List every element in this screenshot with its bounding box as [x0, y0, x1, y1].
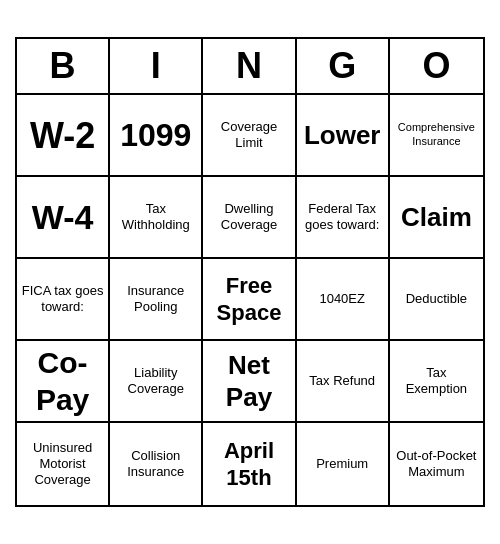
cell-text: Out-of-Pocket Maximum	[394, 448, 479, 481]
bingo-cell: Liability Coverage	[110, 341, 203, 423]
cell-text: Premium	[316, 456, 368, 472]
cell-text: 1040EZ	[319, 291, 365, 307]
bingo-grid: W-21099Coverage LimitLowerComprehensive …	[17, 95, 483, 505]
bingo-cell: 1099	[110, 95, 203, 177]
bingo-cell: Co-Pay	[17, 341, 110, 423]
bingo-cell: W-4	[17, 177, 110, 259]
bingo-card: BINGO W-21099Coverage LimitLowerComprehe…	[15, 37, 485, 507]
bingo-cell: Tax Refund	[297, 341, 390, 423]
cell-text: Claim	[401, 201, 472, 234]
bingo-cell: Uninsured Motorist Coverage	[17, 423, 110, 505]
cell-text: Comprehensive Insurance	[394, 121, 479, 149]
cell-text: April 15th	[207, 437, 290, 492]
header-letter: G	[297, 39, 390, 93]
cell-text: Tax Exemption	[394, 365, 479, 398]
header-letter: O	[390, 39, 483, 93]
bingo-cell: Comprehensive Insurance	[390, 95, 483, 177]
bingo-cell: 1040EZ	[297, 259, 390, 341]
bingo-header: BINGO	[17, 39, 483, 95]
cell-text: Net Pay	[207, 349, 290, 414]
bingo-cell: FICA tax goes toward:	[17, 259, 110, 341]
bingo-cell: Insurance Pooling	[110, 259, 203, 341]
cell-text: Deductible	[406, 291, 467, 307]
cell-text: Free Space	[207, 272, 290, 327]
cell-text: Insurance Pooling	[114, 283, 197, 316]
bingo-cell: Lower	[297, 95, 390, 177]
bingo-cell: Tax Exemption	[390, 341, 483, 423]
bingo-cell: Free Space	[203, 259, 296, 341]
bingo-cell: April 15th	[203, 423, 296, 505]
header-letter: I	[110, 39, 203, 93]
cell-text: Collision Insurance	[114, 448, 197, 481]
header-letter: N	[203, 39, 296, 93]
cell-text: Co-Pay	[21, 344, 104, 419]
cell-text: Lower	[304, 119, 381, 152]
cell-text: Uninsured Motorist Coverage	[21, 440, 104, 489]
bingo-cell: Tax Withholding	[110, 177, 203, 259]
cell-text: Coverage Limit	[207, 119, 290, 152]
bingo-cell: W-2	[17, 95, 110, 177]
bingo-cell: Claim	[390, 177, 483, 259]
bingo-cell: Net Pay	[203, 341, 296, 423]
bingo-cell: Premium	[297, 423, 390, 505]
cell-text: Liability Coverage	[114, 365, 197, 398]
bingo-cell: Collision Insurance	[110, 423, 203, 505]
cell-text: 1099	[120, 115, 191, 155]
cell-text: Tax Refund	[309, 373, 375, 389]
bingo-cell: Dwelling Coverage	[203, 177, 296, 259]
cell-text: FICA tax goes toward:	[21, 283, 104, 316]
cell-text: Dwelling Coverage	[207, 201, 290, 234]
bingo-cell: Out-of-Pocket Maximum	[390, 423, 483, 505]
bingo-cell: Deductible	[390, 259, 483, 341]
cell-text: Federal Tax goes toward:	[301, 201, 384, 234]
header-letter: B	[17, 39, 110, 93]
bingo-cell: Federal Tax goes toward:	[297, 177, 390, 259]
cell-text: Tax Withholding	[114, 201, 197, 234]
cell-text: W-2	[30, 113, 95, 158]
cell-text: W-4	[32, 196, 94, 239]
bingo-cell: Coverage Limit	[203, 95, 296, 177]
